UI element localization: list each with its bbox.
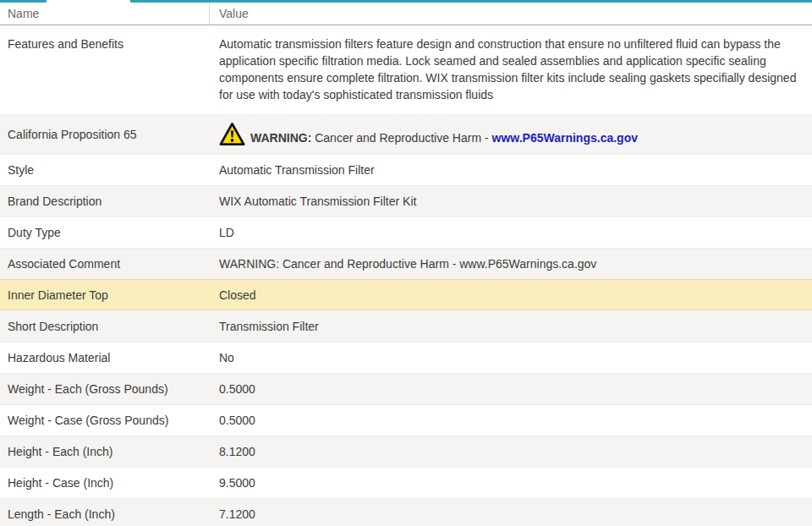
row-name: Features and Benefits xyxy=(0,25,209,114)
table-row[interactable]: Style Automatic Transmission Filter xyxy=(0,154,812,185)
column-header-value[interactable]: Value xyxy=(209,3,812,25)
table-row[interactable]: Hazardous Material No xyxy=(0,342,812,373)
warning-label: WARNING: xyxy=(250,131,311,145)
table-row[interactable]: Duty Type LD xyxy=(0,216,812,248)
row-name: Short Description xyxy=(0,310,209,342)
table-row[interactable]: Height - Each (Inch) 8.1200 xyxy=(0,436,812,467)
row-value: No xyxy=(209,342,812,373)
table-row[interactable]: Associated Comment WARNING: Cancer and R… xyxy=(0,248,812,279)
row-value: 9.5000 xyxy=(209,468,812,498)
table-header: Name Value xyxy=(0,3,812,25)
row-name: Inner Diameter Top xyxy=(0,280,209,310)
table-row[interactable]: Short Description Transmission Filter xyxy=(0,310,812,342)
row-name: Height - Each (Inch) xyxy=(0,436,209,467)
row-name: Associated Comment xyxy=(0,249,209,279)
row-value: 7.1200 xyxy=(209,499,812,526)
table-row[interactable]: Weight - Case (Gross Pounds) 0.5000 xyxy=(0,404,812,436)
table-row[interactable]: Brand Description WIX Automatic Transmis… xyxy=(0,185,812,216)
warning-text: Cancer and Reproductive Harm - xyxy=(311,131,491,145)
row-value: LD xyxy=(209,217,812,248)
row-value: Automatic Transmission Filter xyxy=(209,155,812,185)
row-name: Style xyxy=(0,155,209,185)
table-row[interactable]: Weight - Each (Gross Pounds) 0.5000 xyxy=(0,373,812,404)
spec-table: Features and Benefits Automatic transmis… xyxy=(0,25,812,526)
row-value: Closed xyxy=(209,280,812,310)
table-row[interactable]: California Proposition 65 WARNING: Cance… xyxy=(0,114,812,154)
row-name: Hazardous Material xyxy=(0,342,209,373)
row-name: Brand Description xyxy=(0,186,209,216)
row-value: WIX Automatic Transmission Filter Kit xyxy=(209,186,812,216)
table-row[interactable]: Height - Case (Inch) 9.5000 xyxy=(0,467,812,498)
table-row[interactable]: Features and Benefits Automatic transmis… xyxy=(0,25,812,114)
row-name: Weight - Case (Gross Pounds) xyxy=(0,405,209,436)
warning-message: WARNING: Cancer and Reproductive Harm - … xyxy=(250,129,638,146)
row-value: WARNING: Cancer and Reproductive Harm - … xyxy=(209,115,812,154)
warning-triangle-icon xyxy=(219,122,245,146)
row-name: Height - Case (Inch) xyxy=(0,468,209,498)
top-accent-bar xyxy=(0,0,812,3)
row-name: Length - Each (Inch) xyxy=(0,499,209,526)
table-row[interactable]: Length - Each (Inch) 7.1200 xyxy=(0,498,812,526)
row-value: 8.1200 xyxy=(209,436,812,467)
top-accent-bar-right xyxy=(130,0,812,3)
column-header-name[interactable]: Name xyxy=(0,3,209,25)
top-accent-bar-left xyxy=(0,0,47,3)
row-name: Weight - Each (Gross Pounds) xyxy=(0,374,209,404)
table-row-highlighted[interactable]: Inner Diameter Top Closed xyxy=(0,279,812,310)
row-value: WARNING: Cancer and Reproductive Harm - … xyxy=(209,249,812,279)
row-value: 0.5000 xyxy=(209,374,812,404)
row-name: California Proposition 65 xyxy=(0,115,209,154)
row-value: 0.5000 xyxy=(209,405,812,436)
row-name: Duty Type xyxy=(0,217,209,248)
p65-warnings-link[interactable]: www.P65Warnings.ca.gov xyxy=(492,131,638,145)
row-value: Transmission Filter xyxy=(209,310,812,342)
row-value: Automatic transmission filters feature d… xyxy=(209,25,812,114)
